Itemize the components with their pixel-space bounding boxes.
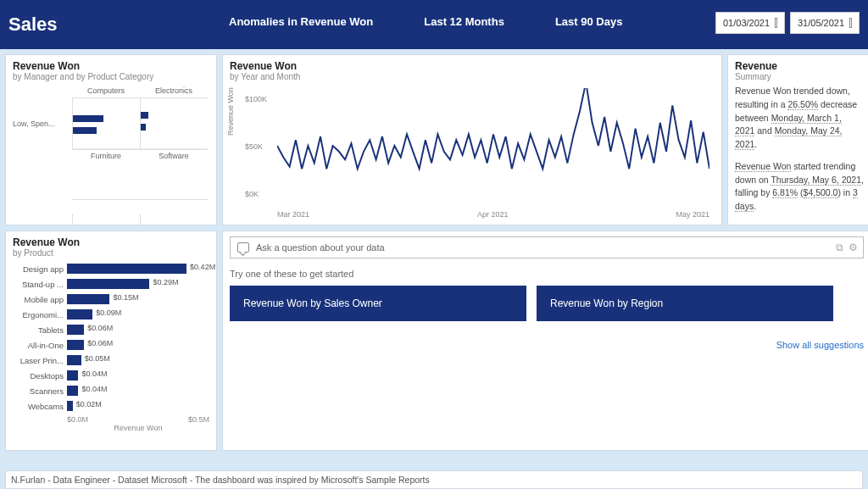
sm-cell bbox=[72, 98, 140, 149]
card-revenue-summary[interactable]: Revenue Summary Revenue Won trended down… bbox=[727, 54, 868, 225]
card-subtitle: Summary bbox=[735, 72, 864, 81]
col-header-furniture: Furniture bbox=[72, 149, 140, 200]
hbar-row: Tablets$0.06M bbox=[13, 322, 209, 337]
card-subtitle: by Year and Month bbox=[230, 72, 715, 81]
hbar-track: $0.09M bbox=[67, 309, 209, 320]
show-all-suggestions-link[interactable]: Show all suggestions bbox=[230, 340, 864, 350]
card-revenue-by-manager-category[interactable]: Revenue Won by Manager and by Product Ca… bbox=[5, 54, 217, 225]
hbar-track: $0.15M bbox=[67, 294, 209, 304]
card-revenue-line[interactable]: Revenue Won by Year and Month Revenue Wo… bbox=[222, 54, 722, 225]
qna-try-label: Try one of these to get started bbox=[230, 269, 864, 279]
col-header-software: Software bbox=[140, 149, 208, 200]
line-chart: Revenue Won $100K $50K $0K Mar 2021 Apr … bbox=[230, 85, 715, 220]
hbar-row: Stand-up ...$0.29M bbox=[13, 276, 209, 292]
hbar-fill bbox=[67, 279, 149, 289]
hbar-value-label: $0.29M bbox=[153, 278, 178, 286]
hbar-fill bbox=[67, 309, 92, 320]
suggestion-region[interactable]: Revenue Won by Region bbox=[537, 286, 833, 321]
sm-cell bbox=[72, 214, 140, 225]
hbar-value-label: $0.15M bbox=[113, 293, 138, 302]
header-bar: Sales Anomalies in Revenue Won Last 12 M… bbox=[0, 0, 868, 49]
hbar-row: Mobile app$0.15M bbox=[13, 292, 209, 307]
date-from-picker[interactable]: 01/03/2021 bbox=[715, 12, 785, 34]
hbar-track: $0.29M bbox=[67, 279, 209, 289]
hbar-row: All-in-One$0.06M bbox=[13, 337, 209, 353]
gear-icon[interactable]: ⚙ bbox=[849, 242, 858, 253]
qna-suggestion-row: Revenue Won by Sales Owner Revenue Won b… bbox=[230, 286, 864, 321]
small-multiples-grid: Computers Electronics Low, Spen... Furni… bbox=[13, 85, 209, 214]
hbar-fill bbox=[67, 401, 73, 411]
hbar-category-label: Webcams bbox=[13, 402, 67, 411]
hbar-fill bbox=[67, 325, 84, 335]
hbar-fill bbox=[67, 340, 84, 350]
hbar-track: $0.04M bbox=[67, 370, 209, 381]
card-qna: Ask a question about your data ⧉ ⚙ Try o… bbox=[222, 231, 868, 451]
hbar-fill bbox=[67, 386, 78, 396]
hbar-fill bbox=[67, 294, 109, 304]
line-plot-area bbox=[277, 88, 709, 203]
calendar-icon bbox=[775, 18, 777, 28]
hbar-value-label: $0.02M bbox=[76, 400, 102, 408]
y-axis-label: Revenue Won bbox=[226, 87, 235, 136]
chat-bubble-icon bbox=[237, 242, 249, 253]
hbar-category-label: Laser Prin... bbox=[13, 356, 67, 365]
date-to-value: 31/05/2021 bbox=[798, 18, 844, 28]
tab-last-90-days[interactable]: Last 90 Days bbox=[555, 15, 623, 28]
hbar-fill bbox=[67, 355, 81, 365]
hbar-value-label: $0.04M bbox=[81, 370, 107, 378]
sm-cell bbox=[140, 98, 208, 149]
hbar-category-label: Desktops bbox=[13, 371, 67, 381]
hbar-category-label: Ergonomi... bbox=[13, 310, 67, 320]
hbar-row: Scanners$0.04M bbox=[13, 383, 209, 398]
card-revenue-by-product[interactable]: Revenue Won by Product Design app$0.42MS… bbox=[5, 231, 217, 451]
hbar-axis: $0.0M $0.5M bbox=[67, 415, 209, 424]
tab-anomalies[interactable]: Anomalies in Revenue Won bbox=[229, 15, 373, 28]
qna-input[interactable]: Ask a question about your data ⧉ ⚙ bbox=[230, 236, 864, 258]
hbar-axis-label: Revenue Won bbox=[67, 424, 209, 432]
hbar-value-label: $0.04M bbox=[81, 385, 107, 393]
footer-credit: N.Furlan - Data Engineer - Dataset Micro… bbox=[5, 470, 863, 489]
card-title: Revenue bbox=[735, 60, 864, 72]
card-subtitle: by Product bbox=[13, 248, 209, 258]
hbar-value-label: $0.06M bbox=[87, 324, 113, 332]
hbar-category-label: All-in-One bbox=[13, 341, 67, 350]
hbar-track: $0.05M bbox=[67, 355, 209, 365]
card-title: Revenue Won bbox=[13, 60, 209, 72]
hbar-value-label: $0.09M bbox=[96, 308, 121, 317]
summary-paragraph-2: Revenue Won started trending down on Thu… bbox=[735, 160, 864, 214]
qna-placeholder: Ask a question about your data bbox=[256, 242, 385, 253]
hbar-category-label: Design app bbox=[13, 264, 67, 274]
x-ticks: Mar 2021 Apr 2021 May 2021 bbox=[277, 210, 709, 219]
summary-paragraph-1: Revenue Won trended down, resulting in a… bbox=[735, 85, 864, 152]
sm-cell bbox=[140, 214, 208, 225]
small-multiples-grid-2: Low, Spen... $0M$1M $0M$1M bbox=[13, 214, 209, 225]
suggestion-sales-owner[interactable]: Revenue Won by Sales Owner bbox=[230, 286, 526, 321]
date-from-value: 01/03/2021 bbox=[723, 18, 770, 28]
tab-last-12-months[interactable]: Last 12 Months bbox=[424, 15, 504, 28]
hbar-row: Webcams$0.02M bbox=[13, 398, 209, 414]
card-title: Revenue Won bbox=[13, 236, 209, 248]
date-to-picker[interactable]: 31/05/2021 bbox=[790, 12, 860, 34]
line-svg bbox=[277, 88, 709, 203]
calendar-icon bbox=[849, 18, 852, 28]
hbar-track: $0.42M bbox=[67, 264, 209, 274]
header-tabs: Anomalies in Revenue Won Last 12 Months … bbox=[229, 15, 622, 28]
hbar-fill bbox=[67, 264, 186, 274]
hbar-category-label: Scanners bbox=[13, 386, 67, 396]
hbar-value-label: $0.06M bbox=[87, 339, 113, 347]
page-title: Sales bbox=[8, 14, 58, 36]
hbar-category-label: Stand-up ... bbox=[13, 280, 67, 289]
qna-tree-icon[interactable]: ⧉ bbox=[836, 242, 843, 253]
hbar-value-label: $0.42M bbox=[190, 263, 215, 271]
row-header: Low, Spen... bbox=[13, 98, 72, 149]
row-header: Low, Spen... bbox=[13, 214, 72, 225]
card-title: Revenue Won bbox=[230, 60, 715, 72]
hbar-row: Design app$0.42M bbox=[13, 261, 209, 276]
qna-tools: ⧉ ⚙ bbox=[836, 242, 858, 253]
hbar-track: $0.06M bbox=[67, 325, 209, 335]
hbar-value-label: $0.05M bbox=[85, 354, 110, 363]
hbar-category-label: Tablets bbox=[13, 325, 67, 335]
hbar-row: Laser Prin...$0.05M bbox=[13, 353, 209, 368]
hbar-fill bbox=[67, 370, 78, 381]
hbar-track: $0.04M bbox=[67, 386, 209, 396]
